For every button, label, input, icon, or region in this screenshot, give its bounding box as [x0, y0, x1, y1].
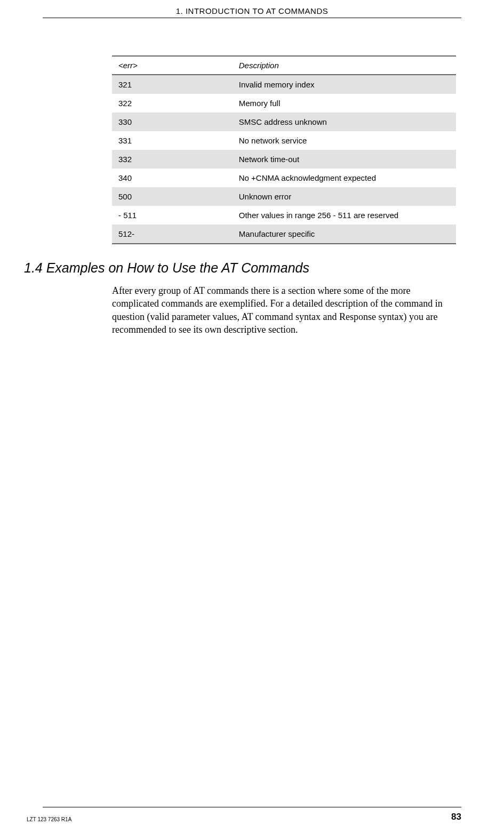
table-row: 332 Network time-out — [112, 150, 456, 169]
error-table-container: <err> Description 321 Invalid memory ind… — [112, 55, 456, 244]
cell-err: 330 — [112, 113, 233, 131]
section-heading: 1.4 Examples on How to Use the AT Comman… — [24, 260, 504, 276]
table-header-row: <err> Description — [112, 56, 456, 75]
cell-err: 340 — [112, 169, 233, 187]
table-row: 512- Manufacturer specific — [112, 225, 456, 244]
cell-err: 331 — [112, 131, 233, 150]
cell-desc: Invalid memory index — [233, 75, 456, 94]
cell-desc: Unknown error — [233, 187, 456, 206]
cell-err: 500 — [112, 187, 233, 206]
table-row: 321 Invalid memory index — [112, 75, 456, 94]
cell-desc: No +CNMA acknowledgment expected — [233, 169, 456, 187]
error-table: <err> Description 321 Invalid memory ind… — [112, 55, 456, 244]
footer-divider — [43, 807, 461, 807]
cell-desc: SMSC address unknown — [233, 113, 456, 131]
header-title: 1. INTRODUCTION TO AT COMMANDS — [176, 6, 329, 15]
header-divider — [43, 18, 461, 18]
table-row: 340 No +CNMA acknowledgment expected — [112, 169, 456, 187]
cell-desc: Other values in range 256 - 511 are rese… — [233, 206, 456, 225]
section-body: After every group of AT commands there i… — [112, 284, 456, 336]
cell-err: 332 — [112, 150, 233, 169]
cell-desc: Memory full — [233, 94, 456, 113]
cell-desc: Network time-out — [233, 150, 456, 169]
header-err: <err> — [112, 56, 233, 75]
table-row: 330 SMSC address unknown — [112, 113, 456, 131]
cell-desc: Manufacturer specific — [233, 225, 456, 244]
table-row: 331 No network service — [112, 131, 456, 150]
header-description: Description — [233, 56, 456, 75]
table-row: - 511 Other values in range 256 - 511 ar… — [112, 206, 456, 225]
cell-err: 512- — [112, 225, 233, 244]
table-row: 322 Memory full — [112, 94, 456, 113]
footer-page-number: 83 — [451, 812, 461, 822]
cell-desc: No network service — [233, 131, 456, 150]
cell-err: 321 — [112, 75, 233, 94]
footer-content: LZT 123 7263 R1A 83 — [0, 812, 504, 822]
page-header: 1. INTRODUCTION TO AT COMMANDS — [0, 0, 504, 15]
footer-doc-id: LZT 123 7263 R1A — [27, 816, 71, 822]
table-row: 500 Unknown error — [112, 187, 456, 206]
cell-err: - 511 — [112, 206, 233, 225]
cell-err: 322 — [112, 94, 233, 113]
page-footer: LZT 123 7263 R1A 83 — [0, 807, 504, 822]
